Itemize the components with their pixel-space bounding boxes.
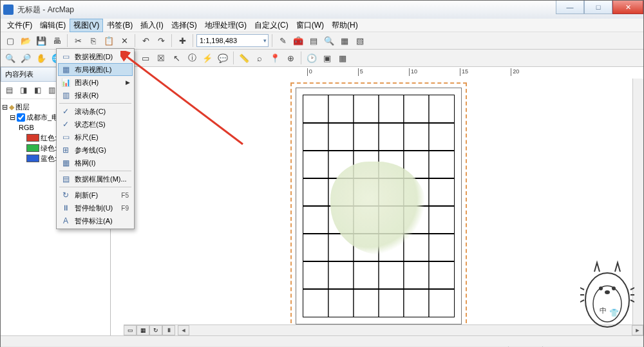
menu-item-icon: ▦	[61, 64, 71, 75]
catalog-icon[interactable]: ▤	[307, 33, 321, 48]
paste-icon[interactable]: 📋	[102, 33, 116, 48]
pan-icon[interactable]: ✋	[34, 51, 48, 65]
menu-item[interactable]: ▦布局视图(L)	[58, 63, 133, 76]
new-icon[interactable]: ▢	[3, 33, 17, 48]
data-view-toggle[interactable]: ▭	[124, 325, 137, 335]
horizontal-scrollbar[interactable]: ▭ ▦ ↻ ⏸ ◄ ►	[124, 324, 643, 335]
add-data-icon[interactable]: ✚	[175, 33, 189, 48]
zoom-out-icon[interactable]: 🔎	[19, 51, 33, 65]
menu-item[interactable]: 📊图表(H)▶	[58, 76, 133, 89]
standard-toolbar: ▢ 📂 💾 🖶 ✂ ⎘ 📋 ✕ ↶ ↷ ✚ 1:1,198,483 ✎ 🧰 ▤ …	[1, 32, 643, 50]
menu-bookmarks[interactable]: 书签(B)	[103, 19, 137, 32]
menu-item-icon: ✓	[61, 106, 71, 117]
menu-item[interactable]: ▭数据视图(D)	[58, 50, 133, 63]
menu-item-label: 刷新(F)	[75, 191, 98, 200]
undo-icon[interactable]: ↶	[138, 33, 153, 48]
delete-icon[interactable]: ✕	[117, 33, 131, 48]
find-route-icon[interactable]: 📍	[268, 51, 282, 65]
menu-item-icon: ▭	[61, 132, 71, 142]
menu-item-icon: ▦	[61, 158, 71, 168]
select-icon[interactable]: ▭	[138, 51, 153, 65]
menu-shortcut: F9	[121, 205, 129, 212]
view-menu-dropdown: ▭数据视图(D)▦布局视图(L)📊图表(H)▶▥报表(R)✓滚动条(C)✓状态栏…	[56, 48, 135, 229]
maximize-button[interactable]: □	[584, 1, 612, 14]
menu-item[interactable]: ⏸暂停绘制(U)F9	[58, 202, 133, 214]
window-title: 无标题 - ArcMap	[17, 5, 74, 15]
window-controls: — □ ✕	[556, 1, 643, 14]
editor-icon[interactable]: ✎	[276, 33, 290, 48]
menu-item[interactable]: ↻刷新(F)F5	[58, 189, 133, 202]
menu-view[interactable]: 视图(V)	[70, 19, 103, 32]
measure-icon[interactable]: 📏	[237, 51, 251, 65]
search-icon[interactable]: 🔍	[322, 33, 336, 48]
create-viewer-icon[interactable]: ▣	[320, 51, 334, 65]
open-icon[interactable]: 📂	[19, 33, 33, 48]
layout-view[interactable]: 0 5 10 15 20	[111, 67, 643, 335]
print-icon[interactable]: 🖶	[50, 33, 64, 48]
menu-help[interactable]: 帮助(H)	[328, 19, 362, 32]
menu-item-icon: ▭	[61, 52, 71, 62]
model-icon[interactable]: ▧	[353, 33, 367, 48]
minimize-button[interactable]: —	[556, 1, 584, 14]
hyperlink-icon[interactable]: ⚡	[200, 51, 214, 65]
menu-item-label: 暂停绘制(U)	[75, 203, 113, 213]
layout-view-toggle[interactable]: ▦	[137, 325, 149, 335]
goto-xy-icon[interactable]: ⊕	[283, 51, 298, 65]
menu-item[interactable]: ▦格网(I)	[58, 156, 133, 169]
menu-window[interactable]: 窗口(W)	[292, 19, 328, 32]
redo-icon[interactable]: ↷	[154, 33, 168, 48]
identify-icon[interactable]: ⓘ	[185, 51, 199, 65]
scale-combo[interactable]: 1:1,198,483	[196, 34, 269, 47]
copy-icon[interactable]: ⎘	[86, 33, 100, 48]
ruler-tick: 0	[307, 68, 312, 76]
cut-icon[interactable]: ✂	[71, 33, 85, 48]
menu-edit[interactable]: 编辑(E)	[36, 19, 70, 32]
toc-scrollbar[interactable]	[1, 335, 643, 346]
layer-visibility-checkbox[interactable]	[17, 113, 25, 122]
menu-item[interactable]: ⊞参考线(G)	[58, 144, 133, 156]
pause-drawing-icon[interactable]: ⏸	[162, 325, 175, 335]
menu-item[interactable]: ✓滚动条(C)	[58, 105, 133, 118]
menu-geoprocessing[interactable]: 地理处理(G)	[201, 19, 251, 32]
menu-custom[interactable]: 自定义(C)	[251, 19, 292, 32]
list-by-visibility-icon[interactable]: ◧	[31, 84, 44, 97]
menu-file[interactable]: 文件(F)	[3, 19, 36, 32]
list-by-source-icon[interactable]: ◨	[17, 84, 30, 97]
find-icon[interactable]: ⌕	[252, 51, 267, 65]
menu-item[interactable]: ✓状态栏(S)	[58, 118, 133, 131]
list-by-drawing-icon[interactable]: ▤	[3, 84, 15, 97]
time-slider-icon[interactable]: 🕑	[305, 51, 319, 65]
python-icon[interactable]: ▦	[337, 33, 352, 48]
layout-tool-icon[interactable]: ▦	[336, 51, 350, 65]
ruler-tick: 5	[358, 68, 363, 76]
menu-item-label: 参考线(G)	[75, 145, 106, 155]
refresh-view-icon[interactable]: ↻	[149, 325, 162, 335]
menu-bar: 文件(F) 编辑(E) 视图(V) 书签(B) 插入(I) 选择(S) 地理处理…	[1, 19, 643, 32]
menu-item-label: 状态栏(S)	[75, 120, 106, 129]
layer-label: 成都市_电	[26, 112, 59, 122]
scroll-left-icon[interactable]: ◄	[178, 325, 189, 335]
menu-item-icon: A	[61, 216, 71, 226]
ruler-tick: 15	[460, 68, 468, 76]
save-icon[interactable]: 💾	[34, 33, 48, 48]
menu-item[interactable]: ▭标尺(E)	[58, 131, 133, 144]
toolbox-icon[interactable]: 🧰	[291, 33, 305, 48]
app-icon	[3, 5, 14, 15]
data-frame[interactable]	[303, 95, 455, 317]
zoom-in-icon[interactable]: 🔍	[3, 51, 17, 65]
root-label: 图层	[15, 102, 30, 112]
menu-item[interactable]: ▤数据框属性(M)...	[58, 173, 133, 185]
page	[296, 88, 462, 324]
menu-item-label: 数据框属性(M)...	[75, 174, 127, 184]
vertical-scrollbar[interactable]	[632, 79, 643, 325]
pointer-icon[interactable]: ↖	[169, 51, 184, 65]
clear-selection-icon[interactable]: ☒	[154, 51, 168, 65]
scroll-right-icon[interactable]: ►	[632, 325, 643, 335]
html-popup-icon[interactable]: 💬	[216, 51, 230, 65]
menu-insert[interactable]: 插入(I)	[137, 19, 167, 32]
menu-select[interactable]: 选择(S)	[167, 19, 201, 32]
close-button[interactable]: ✕	[612, 1, 643, 14]
page-area[interactable]	[124, 79, 633, 325]
menu-item[interactable]: ▥报表(R)	[58, 89, 133, 102]
menu-item[interactable]: A暂停标注(A)	[58, 214, 133, 227]
